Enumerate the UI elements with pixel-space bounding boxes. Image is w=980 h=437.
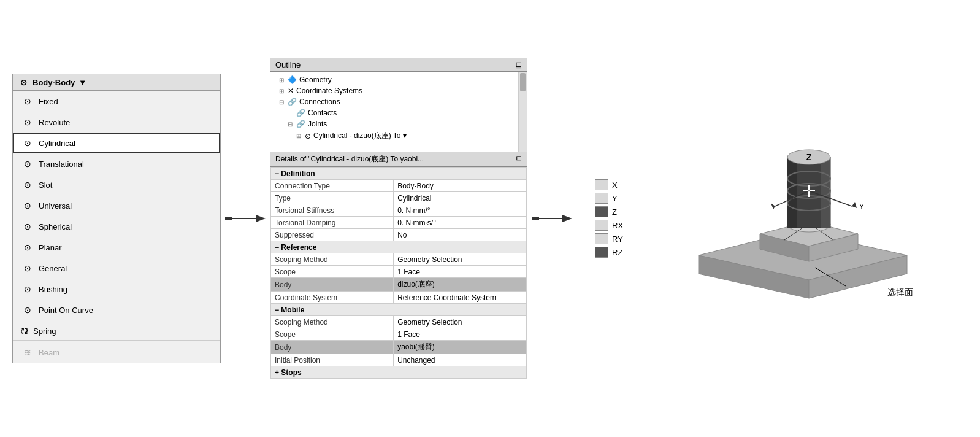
svg-marker-28: [852, 202, 857, 208]
revolute-icon: ⊙: [21, 116, 34, 128]
menu-item-translational[interactable]: ⊙ Translational: [13, 153, 220, 174]
spring-item[interactable]: 🗘 Spring: [13, 323, 220, 339]
section-toggle[interactable]: −: [275, 306, 279, 314]
section-toggle[interactable]: +: [275, 368, 279, 377]
tree-item[interactable]: 🔗 Contacts: [270, 107, 518, 118]
row-value: No: [394, 229, 527, 241]
svg-marker-7: [562, 215, 572, 222]
right-arrow-svg: [530, 210, 573, 227]
row-label: Body: [271, 278, 394, 292]
svg-rect-0: [225, 217, 229, 220]
right-arrow: [527, 210, 576, 227]
beam-item[interactable]: ≋ Beam: [13, 342, 220, 363]
detail-row: Body yaobi(摇臂): [271, 341, 527, 354]
row-value: dizuo(底座): [394, 278, 527, 292]
pin-icon[interactable]: ⊑: [515, 60, 522, 69]
svg-rect-4: [532, 217, 535, 220]
dof-item-z: Z: [595, 206, 623, 217]
menu-item-revolute[interactable]: ⊙ Revolute: [13, 112, 220, 133]
divider-2: [13, 340, 220, 341]
expand-icon: ⊞: [279, 88, 286, 95]
tree-icon: ✕: [288, 87, 294, 95]
joint-type-panel: ⊙ Body-Body ▼ ⊙ Fixed ⊙ Revolute ⊙ Cylin…: [12, 74, 221, 363]
row-label: Scope: [271, 328, 394, 341]
body-body-icon: ⊙: [18, 77, 29, 88]
details-title: Details of "Cylindrical - dizuo(底座) To y…: [275, 154, 424, 164]
row-label: Scoping Method: [271, 253, 394, 266]
tree-label: Coordinate Systems: [296, 87, 362, 95]
tree-scrollbar[interactable]: [518, 72, 527, 152]
detail-row: Scope 1 Face: [271, 328, 527, 341]
row-label: Torsional Damping: [271, 217, 394, 229]
cylindrical-icon: ⊙: [21, 137, 34, 149]
dof-box: [595, 193, 608, 204]
tree-label: Cylindrical - dizuo(底座) To ▾: [313, 131, 407, 141]
universal-label: Universal: [39, 201, 72, 211]
tree-item[interactable]: ⊞ ✕ Coordinate Systems: [270, 85, 518, 96]
expand-icon: ⊞: [279, 77, 286, 83]
section-toggle[interactable]: −: [275, 243, 279, 252]
beam-label: Beam: [39, 348, 59, 357]
point-on-curve-icon: ⊙: [21, 304, 34, 316]
dof-label: RZ: [612, 248, 622, 257]
scrollbar-thumb[interactable]: [520, 73, 526, 91]
revolute-label: Revolute: [39, 118, 70, 127]
right-area: X Y Z RX RY RZ: [576, 120, 968, 317]
row-value: 0. N·mm/°: [394, 204, 527, 217]
universal-icon: ⊙: [21, 199, 34, 212]
spherical-icon: ⊙: [21, 220, 34, 233]
row-value: 1 Face: [394, 328, 527, 341]
row-label: Body: [271, 341, 394, 354]
row-value: Unchanged: [394, 354, 527, 366]
details-panel: Details of "Cylindrical - dizuo(底座) To y…: [270, 152, 527, 379]
row-label: Suppressed: [271, 229, 394, 241]
row-label: Scoping Method: [271, 316, 394, 328]
details-pin[interactable]: ⊑: [516, 154, 522, 164]
detail-row: Scoping Method Geometry Selection: [271, 253, 527, 266]
slot-label: Slot: [39, 180, 52, 190]
section-definition[interactable]: − Definition: [271, 168, 527, 180]
menu-item-universal[interactable]: ⊙ Universal: [13, 195, 220, 216]
bushing-label: Bushing: [39, 285, 67, 294]
section-stops[interactable]: + Stops: [271, 366, 527, 379]
menu-item-planar[interactable]: ⊙ Planar: [13, 237, 220, 258]
section-mobile[interactable]: − Mobile: [271, 304, 527, 316]
tree-item[interactable]: ⊞ 🔷 Geometry: [270, 74, 518, 85]
section-label: Mobile: [281, 306, 304, 314]
detail-row: Initial Position Unchanged: [271, 354, 527, 366]
3d-scene: Z Y: [686, 120, 919, 317]
annotation-label: 选择面: [887, 287, 913, 298]
menu-item-fixed[interactable]: ⊙ Fixed: [13, 91, 220, 112]
dropdown-arrow[interactable]: ▼: [78, 78, 86, 87]
dof-item-rz: RZ: [595, 247, 623, 258]
planar-label: Planar: [39, 243, 62, 252]
general-label: General: [39, 264, 67, 273]
expand-icon: ⊞: [296, 133, 304, 139]
menu-item-cylindrical[interactable]: ⊙ Cylindrical: [13, 133, 220, 153]
tree-item[interactable]: ⊟ 🔗 Connections: [270, 96, 518, 107]
menu-item-bushing[interactable]: ⊙ Bushing: [13, 279, 220, 300]
left-arrow-svg: [224, 210, 267, 227]
row-label: Torsional Stiffness: [271, 204, 394, 217]
section-label: Stops: [281, 368, 301, 377]
dof-label: Y: [612, 194, 618, 203]
middle-panel: Outline ⊑ ⊞ 🔷 Geometry ⊞ ✕ Coordinate Sy…: [270, 58, 527, 379]
menu-item-slot[interactable]: ⊙ Slot: [13, 174, 220, 195]
menu-item-point-on-curve[interactable]: ⊙ Point On Curve: [13, 300, 220, 320]
row-label: Connection Type: [271, 180, 394, 192]
section-toggle[interactable]: −: [275, 169, 279, 178]
menu-item-general[interactable]: ⊙ General: [13, 258, 220, 279]
tree-label: Geometry: [299, 75, 332, 84]
divider-1: [13, 322, 220, 322]
tree-item[interactable]: ⊞ ⊙ Cylindrical - dizuo(底座) To ▾: [270, 130, 518, 142]
section-reference[interactable]: − Reference: [271, 241, 527, 253]
row-value: 1 Face: [394, 266, 527, 278]
tree-icon: 🔷: [288, 75, 297, 84]
tree-item[interactable]: ⊟ 🔗 Joints: [270, 118, 518, 130]
tree-label: Contacts: [308, 109, 337, 117]
dof-label: Z: [612, 207, 617, 217]
expand-icon: ⊟: [288, 121, 295, 128]
row-value: yaobi(摇臂): [394, 341, 527, 354]
menu-item-spherical[interactable]: ⊙ Spherical: [13, 216, 220, 237]
row-value: Reference Coordinate System: [394, 292, 527, 304]
